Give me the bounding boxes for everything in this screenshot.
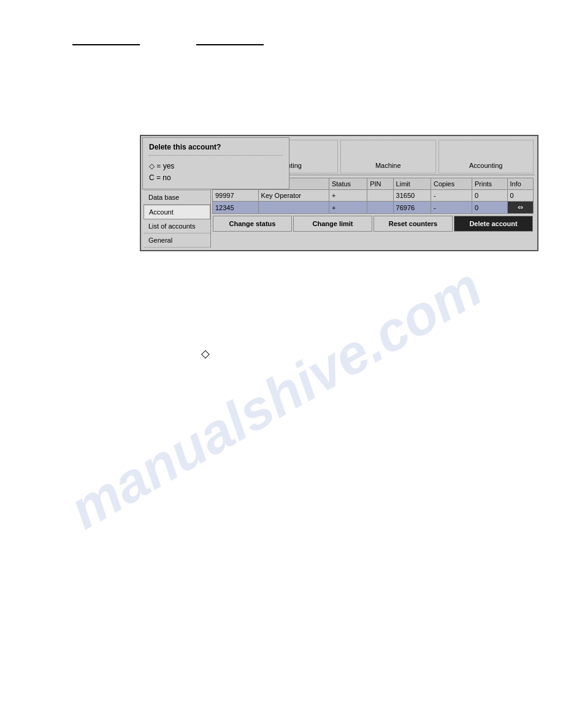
cell-pin-2	[367, 202, 393, 214]
dialog-title: Delete this account?	[149, 143, 283, 151]
cell-status-2: +	[329, 202, 367, 214]
cell-copies-1: -	[431, 190, 472, 202]
table-row[interactable]: 12345 + 76976 - 0 ⇔	[213, 202, 534, 214]
top-line-right	[196, 44, 264, 45]
change-status-button[interactable]: Change status	[213, 216, 292, 232]
cell-limit-2: 76976	[393, 202, 431, 214]
diamond-icon: ◇	[201, 347, 210, 360]
dialog-option-yes: ◇ = yes	[149, 161, 283, 172]
bottom-buttons: Change status Change limit Reset counter…	[212, 215, 534, 232]
cell-limit-1: 31650	[393, 190, 431, 202]
dialog-option-no: C = no	[149, 172, 283, 184]
col-pin: PIN	[367, 178, 393, 190]
tab-accounting[interactable]: Accounting	[439, 140, 534, 173]
col-prints: Prints	[472, 178, 507, 190]
col-info: Info	[507, 178, 533, 190]
cell-prints-2: 0	[472, 202, 507, 214]
cell-prints-1: 0	[472, 190, 507, 202]
watermark-text: manualshive.com	[59, 256, 492, 542]
table-row[interactable]: 99997 Key Operator + 31650 - 0 0	[213, 190, 534, 202]
sidebar-item-general[interactable]: General	[144, 233, 210, 248]
cell-user-1: Key Operator	[258, 190, 329, 202]
cell-user-2	[258, 202, 329, 214]
cell-info-2: ⇔	[507, 202, 533, 214]
cell-number-1: 99997	[213, 190, 259, 202]
sidebar-item-list-of-accounts[interactable]: List of accounts	[144, 219, 210, 233]
sidebar-item-database[interactable]: Data base	[144, 191, 210, 205]
sidebar-item-account[interactable]: Account	[144, 205, 210, 219]
cell-number-2: 12345	[213, 202, 259, 214]
tab-machine[interactable]: Machine	[340, 140, 436, 173]
col-copies: Copies	[431, 178, 472, 190]
change-limit-button[interactable]: Change limit	[293, 216, 372, 232]
cell-status-1: +	[329, 190, 367, 202]
watermark: manualshive.com	[61, 214, 491, 582]
delete-account-button[interactable]: Delete account	[454, 216, 533, 232]
delete-dialog: Delete this account? ◇ = yes C = no	[142, 137, 289, 189]
cell-pin-1	[367, 190, 393, 202]
dialog-divider	[149, 155, 283, 156]
cell-copies-2: -	[431, 202, 472, 214]
top-line-left	[72, 44, 140, 45]
reset-counters-button[interactable]: Reset counters	[373, 216, 453, 232]
cell-info-1: 0	[507, 190, 533, 202]
col-status: Status	[329, 178, 367, 190]
col-limit: Limit	[393, 178, 431, 190]
